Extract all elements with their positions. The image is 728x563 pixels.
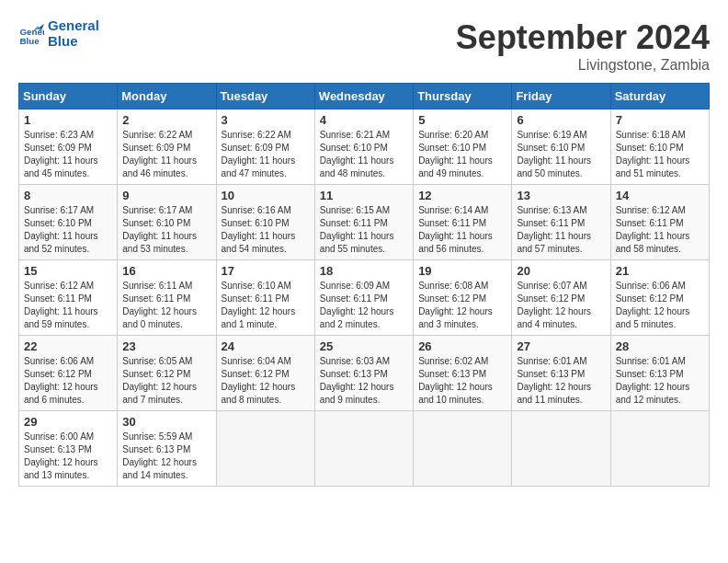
calendar-cell: 22 Sunrise: 6:06 AMSunset: 6:12 PMDaylig… [19,336,118,411]
calendar-cell: 11 Sunrise: 6:15 AMSunset: 6:11 PMDaylig… [314,185,413,260]
calendar-cell: 13 Sunrise: 6:13 AMSunset: 6:11 PMDaylig… [512,185,610,260]
day-info: Sunrise: 6:06 AMSunset: 6:12 PMDaylight:… [24,356,98,405]
logo-icon: General Blue [18,21,44,47]
calendar-cell: 19 Sunrise: 6:08 AMSunset: 6:12 PMDaylig… [414,260,512,336]
weekday-header-row: SundayMondayTuesdayWednesdayThursdayFrid… [19,84,710,109]
logo-text: GeneralBlue [48,18,99,49]
day-info: Sunrise: 6:12 AMSunset: 6:11 PMDaylight:… [24,281,98,329]
day-number: 2 [122,113,210,127]
location: Livingstone, Zambia [456,57,710,74]
calendar-cell: 25 Sunrise: 6:03 AMSunset: 6:13 PMDaylig… [314,336,413,411]
day-info: Sunrise: 6:17 AMSunset: 6:10 PMDaylight:… [122,205,197,254]
day-info: Sunrise: 6:03 AMSunset: 6:13 PMDaylight:… [320,356,394,405]
day-info: Sunrise: 6:12 AMSunset: 6:11 PMDaylight:… [616,205,690,254]
day-number: 11 [320,189,408,202]
day-number: 17 [222,264,310,278]
day-number: 28 [616,339,704,353]
page-header: General Blue GeneralBlue September 2024 … [18,18,710,74]
day-info: Sunrise: 6:23 AMSunset: 6:09 PMDaylight:… [24,130,98,178]
calendar-cell [216,411,314,487]
day-number: 5 [418,113,506,127]
day-info: Sunrise: 6:07 AMSunset: 6:12 PMDaylight:… [517,281,591,329]
weekday-header: Saturday [610,84,709,109]
calendar-cell: 16 Sunrise: 6:11 AMSunset: 6:11 PMDaylig… [118,260,216,336]
svg-text:Blue: Blue [19,36,40,46]
calendar-cell: 3 Sunrise: 6:22 AMSunset: 6:09 PMDayligh… [216,109,314,185]
calendar-week-row: 8 Sunrise: 6:17 AMSunset: 6:10 PMDayligh… [19,185,710,260]
calendar-cell [314,411,413,487]
calendar-cell: 12 Sunrise: 6:14 AMSunset: 6:11 PMDaylig… [414,185,512,260]
day-number: 12 [418,189,506,202]
month-title: September 2024 [456,18,710,57]
day-info: Sunrise: 6:14 AMSunset: 6:11 PMDaylight:… [418,205,493,254]
calendar-cell: 21 Sunrise: 6:06 AMSunset: 6:12 PMDaylig… [610,260,709,336]
day-number: 15 [24,264,112,278]
calendar-cell: 6 Sunrise: 6:19 AMSunset: 6:10 PMDayligh… [512,109,610,185]
day-info: Sunrise: 6:10 AMSunset: 6:11 PMDaylight:… [222,281,296,329]
calendar-cell: 17 Sunrise: 6:10 AMSunset: 6:11 PMDaylig… [216,260,314,336]
weekday-header: Tuesday [216,84,314,109]
day-number: 3 [222,113,310,127]
calendar-cell [414,411,512,487]
day-info: Sunrise: 6:20 AMSunset: 6:10 PMDaylight:… [418,130,493,178]
day-number: 6 [517,113,605,127]
day-number: 20 [517,264,605,278]
day-info: Sunrise: 6:13 AMSunset: 6:11 PMDaylight:… [517,205,591,254]
day-info: Sunrise: 5:59 AMSunset: 6:13 PMDaylight:… [122,431,197,480]
day-number: 4 [320,113,408,127]
calendar-cell: 24 Sunrise: 6:04 AMSunset: 6:12 PMDaylig… [216,336,314,411]
day-info: Sunrise: 6:21 AMSunset: 6:10 PMDaylight:… [320,130,394,178]
calendar-cell: 20 Sunrise: 6:07 AMSunset: 6:12 PMDaylig… [512,260,610,336]
day-number: 24 [222,339,310,353]
day-info: Sunrise: 6:09 AMSunset: 6:11 PMDaylight:… [320,281,394,329]
calendar-cell: 30 Sunrise: 5:59 AMSunset: 6:13 PMDaylig… [118,411,216,487]
day-number: 8 [24,189,112,202]
calendar-cell: 10 Sunrise: 6:16 AMSunset: 6:10 PMDaylig… [216,185,314,260]
day-number: 13 [517,189,605,202]
day-number: 30 [122,415,210,429]
day-info: Sunrise: 6:02 AMSunset: 6:13 PMDaylight:… [418,356,493,405]
weekday-header: Wednesday [314,84,413,109]
day-info: Sunrise: 6:15 AMSunset: 6:11 PMDaylight:… [320,205,394,254]
day-number: 23 [122,339,210,353]
weekday-header: Sunday [19,84,118,109]
title-area: September 2024 Livingstone, Zambia [456,18,710,74]
calendar-cell: 8 Sunrise: 6:17 AMSunset: 6:10 PMDayligh… [19,185,118,260]
day-number: 29 [24,415,112,429]
calendar-cell: 5 Sunrise: 6:20 AMSunset: 6:10 PMDayligh… [414,109,512,185]
calendar-week-row: 1 Sunrise: 6:23 AMSunset: 6:09 PMDayligh… [19,109,710,185]
calendar-cell: 9 Sunrise: 6:17 AMSunset: 6:10 PMDayligh… [118,185,216,260]
day-info: Sunrise: 6:05 AMSunset: 6:12 PMDaylight:… [122,356,197,405]
calendar-week-row: 29 Sunrise: 6:00 AMSunset: 6:13 PMDaylig… [19,411,710,487]
calendar-cell: 26 Sunrise: 6:02 AMSunset: 6:13 PMDaylig… [414,336,512,411]
logo: General Blue GeneralBlue [18,18,99,49]
calendar-cell: 4 Sunrise: 6:21 AMSunset: 6:10 PMDayligh… [314,109,413,185]
calendar-cell: 28 Sunrise: 6:01 AMSunset: 6:13 PMDaylig… [610,336,709,411]
day-number: 10 [222,189,310,202]
calendar-cell: 1 Sunrise: 6:23 AMSunset: 6:09 PMDayligh… [19,109,118,185]
calendar-cell: 27 Sunrise: 6:01 AMSunset: 6:13 PMDaylig… [512,336,610,411]
day-number: 1 [24,113,112,127]
day-number: 16 [122,264,210,278]
day-info: Sunrise: 6:22 AMSunset: 6:09 PMDaylight:… [122,130,197,178]
day-number: 27 [517,339,605,353]
day-info: Sunrise: 6:17 AMSunset: 6:10 PMDaylight:… [24,205,98,254]
day-number: 9 [122,189,210,202]
day-number: 19 [418,264,506,278]
weekday-header: Thursday [414,84,512,109]
day-number: 25 [320,339,408,353]
day-number: 14 [616,189,704,202]
weekday-header: Friday [512,84,610,109]
calendar-cell [610,411,709,487]
day-info: Sunrise: 6:01 AMSunset: 6:13 PMDaylight:… [616,356,690,405]
day-info: Sunrise: 6:16 AMSunset: 6:10 PMDaylight:… [222,205,296,254]
calendar-cell: 7 Sunrise: 6:18 AMSunset: 6:10 PMDayligh… [610,109,709,185]
day-info: Sunrise: 6:06 AMSunset: 6:12 PMDaylight:… [616,281,690,329]
calendar-table: SundayMondayTuesdayWednesdayThursdayFrid… [18,83,710,487]
day-number: 18 [320,264,408,278]
calendar-cell: 15 Sunrise: 6:12 AMSunset: 6:11 PMDaylig… [19,260,118,336]
calendar-week-row: 22 Sunrise: 6:06 AMSunset: 6:12 PMDaylig… [19,336,710,411]
day-number: 21 [616,264,704,278]
calendar-week-row: 15 Sunrise: 6:12 AMSunset: 6:11 PMDaylig… [19,260,710,336]
day-info: Sunrise: 6:22 AMSunset: 6:09 PMDaylight:… [222,130,296,178]
